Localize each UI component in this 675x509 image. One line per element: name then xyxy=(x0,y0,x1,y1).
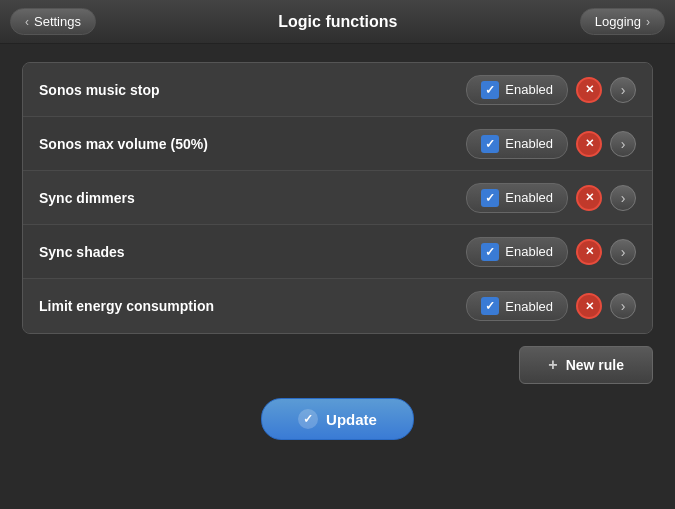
rule-row: Limit energy consumption Enabled › xyxy=(23,279,652,333)
back-arrow-icon: ‹ xyxy=(25,15,29,29)
enabled-toggle[interactable]: Enabled xyxy=(466,237,568,267)
rule-controls: Enabled › xyxy=(466,291,636,321)
navigate-button[interactable]: › xyxy=(610,293,636,319)
forward-label: Logging xyxy=(595,14,641,29)
rule-name: Limit energy consumption xyxy=(39,298,214,314)
update-button[interactable]: ✓ Update xyxy=(261,398,414,440)
checkbox-icon xyxy=(481,135,499,153)
rules-list: Sonos music stop Enabled › Sonos max vol… xyxy=(22,62,653,334)
rule-name: Sync dimmers xyxy=(39,190,135,206)
bottom-area: + New rule ✓ Update xyxy=(22,346,653,440)
rule-controls: Enabled › xyxy=(466,75,636,105)
checkbox-icon xyxy=(481,189,499,207)
rule-name: Sync shades xyxy=(39,244,125,260)
main-content: Sonos music stop Enabled › Sonos max vol… xyxy=(0,44,675,509)
rule-controls: Enabled › xyxy=(466,129,636,159)
update-check-icon: ✓ xyxy=(298,409,318,429)
navigate-button[interactable]: › xyxy=(610,239,636,265)
enabled-label: Enabled xyxy=(505,299,553,314)
new-rule-label: New rule xyxy=(566,357,624,373)
rule-row: Sonos max volume (50%) Enabled › xyxy=(23,117,652,171)
new-rule-button[interactable]: + New rule xyxy=(519,346,653,384)
rule-name: Sonos music stop xyxy=(39,82,160,98)
delete-button[interactable] xyxy=(576,77,602,103)
enabled-toggle[interactable]: Enabled xyxy=(466,129,568,159)
navigate-button[interactable]: › xyxy=(610,131,636,157)
back-label: Settings xyxy=(34,14,81,29)
checkbox-icon xyxy=(481,243,499,261)
enabled-label: Enabled xyxy=(505,82,553,97)
page-title: Logic functions xyxy=(278,13,397,31)
back-button[interactable]: ‹ Settings xyxy=(10,8,96,35)
enabled-label: Enabled xyxy=(505,190,553,205)
delete-button[interactable] xyxy=(576,239,602,265)
delete-button[interactable] xyxy=(576,293,602,319)
rule-name: Sonos max volume (50%) xyxy=(39,136,208,152)
rule-controls: Enabled › xyxy=(466,183,636,213)
rule-row: Sonos music stop Enabled › xyxy=(23,63,652,117)
enabled-toggle[interactable]: Enabled xyxy=(466,75,568,105)
enabled-label: Enabled xyxy=(505,136,553,151)
header: ‹ Settings Logic functions Logging › xyxy=(0,0,675,44)
forward-button[interactable]: Logging › xyxy=(580,8,665,35)
plus-icon: + xyxy=(548,356,557,374)
navigate-button[interactable]: › xyxy=(610,77,636,103)
delete-button[interactable] xyxy=(576,185,602,211)
enabled-label: Enabled xyxy=(505,244,553,259)
navigate-button[interactable]: › xyxy=(610,185,636,211)
update-label: Update xyxy=(326,411,377,428)
rule-row: Sync dimmers Enabled › xyxy=(23,171,652,225)
enabled-toggle[interactable]: Enabled xyxy=(466,183,568,213)
enabled-toggle[interactable]: Enabled xyxy=(466,291,568,321)
checkbox-icon xyxy=(481,297,499,315)
rule-controls: Enabled › xyxy=(466,237,636,267)
delete-button[interactable] xyxy=(576,131,602,157)
rule-row: Sync shades Enabled › xyxy=(23,225,652,279)
forward-arrow-icon: › xyxy=(646,15,650,29)
checkbox-icon xyxy=(481,81,499,99)
